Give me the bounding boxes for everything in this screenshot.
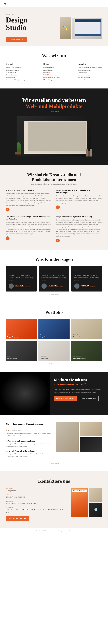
author-name: Sasha Grey <box>15 284 31 286</box>
cta-section: Möchten Sie mit uns zusammenarbeiten? Si… <box>0 372 108 415</box>
service-item: Kreative Leitung <box>43 67 60 68</box>
testimonials-grid: " Sample text. Click to select the text … <box>6 266 102 292</box>
design-heading: Design <box>43 63 60 65</box>
kreativ-item-2: Durch die Nutzung neuester technologisch… <box>56 189 102 212</box>
kontakt-title: Kontaktiere uns <box>6 478 102 484</box>
books-decoration <box>86 148 92 156</box>
kontakt-right: Are we a Web Design Agency? 👕 <box>71 488 102 517</box>
hero-section: ÜBER UNS Design Studio Bild von Freepik … <box>0 7 108 46</box>
cta-text: Simple Text. Lorem ipsum dolor sit amet,… <box>54 388 104 393</box>
testimonial-author: 👤 Bob Roberts VERWALTUNGSTER <box>74 284 99 289</box>
quote-mark: " <box>41 269 67 274</box>
wir-formen-right <box>56 422 102 452</box>
testimonial-author: 👤 Nat Reynolds HAUPTBUCHHALTER <box>41 284 67 289</box>
kontakt-value: ALEXANDERIA, 20 WASHINGTON ST-2830 <box>6 502 65 504</box>
testimonial-card-2: " Sample text. Click to select the text … <box>39 266 69 292</box>
step-text: Lorem ipsum dolor sit amet consectetur a… <box>6 432 52 437</box>
hero-title: Design Studio <box>6 16 27 31</box>
step-title: 01. Wir formen Ideen <box>6 430 52 432</box>
footer-note: Sample text. Click to select the text bo… <box>2 530 106 532</box>
quote-mark: " <box>9 269 34 274</box>
cta-portfolio-button[interactable]: PORTFOLIO ANSEHEN <box>54 396 77 401</box>
service-item: Visuelle Identität und verbale Identität <box>78 67 102 68</box>
kontakt-value: INFO@MYGSAMPLE.COM <box>6 496 65 498</box>
kontakt-item-email: E-MAIL INFO@MYGSAMPLE.COM <box>6 494 65 498</box>
kontakt-item-stunden: STUNDEN MONTAG - DONNERSTAG: 10:00 - 23:… <box>6 506 65 514</box>
portfolio-tag: APP <box>40 334 46 335</box>
portfolio-item-6[interactable]: WEB-DESIGN Persönliche Website <box>71 341 102 361</box>
kontakt-label: TELEFON <box>6 488 65 490</box>
testimonial-text: Sample text. Click to select the text bo… <box>9 274 34 281</box>
testimonial-card-3: " Sample text. Click to select the text … <box>71 266 102 292</box>
step-text: Lorem ipsum dolor sit amet consectetur a… <box>6 453 52 458</box>
portfolio-item-3[interactable]: WEBSEITE Rezeptseite <box>71 319 102 339</box>
testimonial-card-1: " Sample text. Click to select the text … <box>6 266 37 292</box>
hero-pencils-image: ✏️ <box>60 17 71 39</box>
kreativ-icon: → <box>6 236 10 240</box>
wir-erstellen-caption: Bild von Freepik <box>49 110 59 112</box>
service-item: Designsysteme <box>78 72 102 73</box>
hero-images: ✏️ <box>60 17 102 39</box>
portfolio-title: Portfolio <box>6 310 102 315</box>
service-item: Content-Strategie <box>6 74 25 76</box>
portfolio-name: Rezeptseite <box>73 336 80 338</box>
strategie-heading: Strategie <box>6 63 25 65</box>
portfolio-section: Portfolio APP Happy Day-App APP Berg-App <box>0 302 108 372</box>
wir-formen-left: Wir formen Emotionen 01. Wir formen Idee… <box>6 422 52 460</box>
wir-erstellen-title: Wir erstellen und verbessern Web- und Mo… <box>22 97 86 110</box>
portfolio-item-1[interactable]: APP Happy Day-App <box>6 319 37 339</box>
portfolio-item-5[interactable]: WEB-DESIGN Innenstudio <box>38 341 69 361</box>
hero-subtitle: Bild von Freepik <box>6 33 27 35</box>
kreativ-title: Wir sind ein Kreativstudio und Produktio… <box>6 172 102 182</box>
cta-contact-button[interactable]: KONTAKTIERE UNS <box>78 396 99 401</box>
author-avatar: 👤 <box>9 284 14 289</box>
portfolio-item-2[interactable]: APP Berg-App <box>38 319 69 339</box>
hamburger-menu-icon[interactable]: ≡ <box>103 2 105 5</box>
wir-formen-steps: 01. Wir formen Ideen Lorem ipsum dolor s… <box>6 430 52 458</box>
contact-side-images: 👕 <box>89 488 102 517</box>
cta-highlight: zusammenarbeiten? <box>54 382 86 386</box>
service-item: Markenstrategie <box>6 72 25 73</box>
service-col-design: Design Kreative Leitung Markenführung Pr… <box>43 63 60 81</box>
service-item: Marketingplan <box>6 76 25 78</box>
service-item: Analytik und Forschung <box>6 67 25 68</box>
kreativ-item-text: Dictum faucibus placerat at mi nulla pel… <box>6 192 52 206</box>
was-wir-tun-section: Was wir tun Strategie Analytik und Forsc… <box>0 46 108 88</box>
author-role: HAUPTBUCHHALTER <box>48 286 63 288</box>
service-item: Markenführung <box>43 69 60 71</box>
kontakt-label: ADRESSE <box>6 500 65 502</box>
wir-formen-title: Wir formen Emotionen <box>6 422 52 426</box>
hero-cta-button[interactable]: KONTAKTIERE UNS <box>6 37 27 42</box>
buchungsanfrage-button[interactable]: BUCHUNGSANFRAGE <box>6 516 29 521</box>
service-col-branding: Branding Visuelle Identität und verbale … <box>78 63 102 81</box>
portfolio-name: Happy Day-App <box>7 336 18 338</box>
kreativ-icon: → <box>6 208 10 212</box>
author-name: Nat Reynolds <box>48 284 63 286</box>
laptop-inner <box>24 121 87 154</box>
portfolio-grid: APP Happy Day-App APP Berg-App WEBSEITE … <box>6 319 102 361</box>
portfolio-name: Persönliche Website <box>73 358 86 359</box>
portfolio-caption: Bild von Freepik <box>6 363 102 365</box>
kreativ-item-4: Design ist eher ein Gespräch als ein Mon… <box>56 216 102 242</box>
hero-content: ÜBER UNS Design Studio Bild von Freepik … <box>6 14 27 42</box>
plant-decoration <box>15 142 22 156</box>
footer: Sample text. Click to select the text bo… <box>0 528 108 534</box>
laptop-showcase <box>17 116 91 156</box>
service-item: Conversion-Rate-Optimierung <box>6 79 25 80</box>
kontakt-item-telefon: TELEFON +1(971) 059-5847 <box>6 488 65 492</box>
kreativ-item-text: Dictum faucibus placerat at mi nulla pel… <box>56 195 102 204</box>
kontakt-left: TELEFON +1(971) 059-5847 E-MAIL INFO@MYG… <box>6 488 65 521</box>
quote-mark: " <box>74 269 99 274</box>
services-grid: Strategie Analytik und Forschung Interak… <box>6 63 102 81</box>
service-item: Erstellung mobiler Assets <box>43 76 60 78</box>
portfolio-item-4[interactable]: SHOP Mode Geschäft <box>6 341 37 361</box>
contact-person-image: Are we a Web Design Agency? <box>71 488 88 517</box>
kreativ-item-title: Durch die Nutzung neuester technologisch… <box>56 189 102 194</box>
kunden-caption: Bild von Freepik <box>6 294 102 295</box>
author-role: VERWALTUNGSTER <box>81 286 95 288</box>
service-item: Markenonline <box>78 79 102 80</box>
wir-formen-step-3: 03. Wir schaffen erfolgreiche Realitäten… <box>6 450 52 458</box>
author-role: GESCHÄFTSINHABER <box>15 286 31 288</box>
author-avatar: 👤 <box>74 284 79 289</box>
cta-buttons: PORTFOLIO ANSEHEN KONTAKTIERE UNS <box>54 396 104 401</box>
